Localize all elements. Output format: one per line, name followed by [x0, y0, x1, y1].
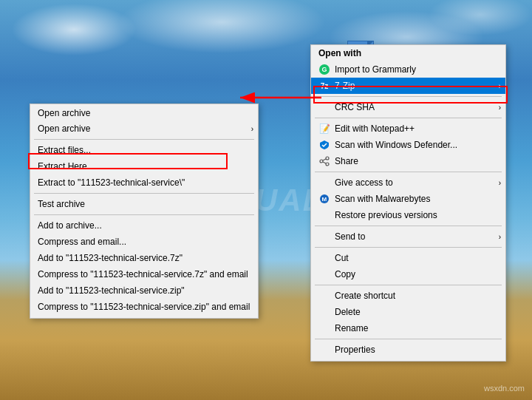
right-context-menu: Open with G Import to Grammarly 7z 7-Zip… [310, 44, 506, 362]
menu-item-scan-malware[interactable]: M Scan with Malwarebytes [311, 191, 505, 207]
menu-item-scan-defender[interactable]: Scan with Windows Defender... [311, 137, 505, 153]
add-to-archive-label: Add to archive... [38, 220, 102, 231]
menu-item-compress-7z-email[interactable]: Compress to "111523-technical-service.7z… [30, 266, 258, 282]
properties-label: Properties [335, 345, 375, 355]
restore-icon [318, 209, 330, 221]
menu-item-open-archive-1[interactable]: Open archive [30, 104, 258, 121]
menu-item-add-zip[interactable]: Add to "111523-technical-service.zip" [30, 282, 258, 299]
menu-item-copy[interactable]: Copy [311, 266, 505, 282]
delete-label: Delete [335, 307, 361, 317]
menu-item-share[interactable]: Share [311, 153, 505, 169]
import-grammarly-label: Import to Grammarly [335, 64, 416, 75]
add-zip-label: Add to "111523-technical-service.zip" [38, 285, 185, 296]
compress-7z-email-label: Compress to "111523-technical-service.7z… [38, 269, 248, 279]
menu-item-open-with[interactable]: Open with [311, 45, 505, 61]
7zip-submenu: Open archive Open archive › Extract file… [30, 104, 259, 319]
svg-text:M: M [322, 196, 327, 203]
svg-point-7 [326, 163, 329, 166]
separator-3 [315, 172, 502, 172]
send-to-icon [318, 231, 330, 243]
left-sep-2 [34, 193, 254, 194]
svg-line-8 [323, 159, 326, 160]
properties-icon [318, 344, 330, 356]
menu-item-create-shortcut[interactable]: Create shortcut [311, 288, 505, 304]
menu-item-cut[interactable]: Cut [311, 250, 505, 266]
menu-item-properties[interactable]: Properties [311, 342, 505, 358]
defender-icon [318, 139, 330, 151]
compress-zip-email-label: Compress to "111523-technical-service.zi… [38, 302, 250, 312]
share-icon [318, 155, 330, 167]
create-shortcut-icon [318, 290, 330, 302]
menu-item-send-to[interactable]: Send to › [311, 228, 505, 245]
desktop: APPUALS 111523-technical-service.7z Open… [0, 0, 532, 400]
separator-4 [315, 226, 502, 226]
menu-item-test-archive[interactable]: Test archive [30, 196, 258, 212]
crc-sha-icon [318, 101, 330, 113]
menu-item-add-to-archive[interactable]: Add to archive... [30, 217, 258, 234]
7zip-label: 7-Zip [335, 81, 355, 91]
test-archive-label: Test archive [38, 199, 85, 209]
crc-sha-label: CRC SHA [335, 102, 375, 112]
menu-item-rename[interactable]: Rename [311, 320, 505, 336]
malware-icon: M [318, 193, 330, 205]
give-access-arrow: › [499, 179, 501, 187]
menu-item-delete[interactable]: Delete [311, 304, 505, 320]
menu-item-add-7z[interactable]: Add to "111523-technical-service.7z" [30, 250, 258, 266]
rename-icon [318, 322, 330, 334]
separator-5 [315, 247, 502, 248]
menu-item-compress-zip-email[interactable]: Compress to "111523-technical-service.zi… [30, 299, 258, 315]
menu-item-extract-to[interactable]: Extract to "111523-technical-service\" [30, 174, 258, 191]
copy-icon [318, 268, 330, 280]
svg-point-5 [326, 157, 329, 160]
create-shortcut-label: Create shortcut [335, 291, 395, 301]
watermark: wsxdn.com [484, 384, 525, 393]
delete-icon [318, 306, 330, 318]
scan-malware-label: Scan with Malwarebytes [335, 194, 430, 204]
give-access-label: Give access to [335, 177, 393, 188]
svg-point-6 [320, 160, 323, 163]
extract-to-label: Extract to "111523-technical-service\" [38, 177, 185, 188]
left-sep-3 [34, 214, 254, 215]
separator-2 [315, 118, 502, 118]
menu-item-crc-sha[interactable]: CRC SHA › [311, 99, 505, 115]
open-archive-2-label: Open archive [38, 123, 90, 134]
extract-files-label: Extract files... [38, 145, 91, 155]
notepad-icon: 📝 [318, 123, 330, 135]
7zip-arrow: › [499, 82, 501, 90]
extract-here-label: Extract Here [38, 161, 87, 172]
menu-item-import-grammarly[interactable]: G Import to Grammarly [311, 61, 505, 78]
scan-defender-label: Scan with Windows Defender... [335, 140, 457, 150]
send-to-arrow: › [499, 233, 501, 241]
open-archive-1-label: Open archive [38, 108, 90, 118]
cut-label: Cut [335, 253, 349, 263]
left-sep-1 [34, 139, 254, 140]
restore-versions-label: Restore previous versions [335, 210, 437, 220]
crc-sha-arrow: › [499, 104, 501, 112]
send-to-label: Send to [335, 231, 365, 242]
rename-label: Rename [335, 323, 368, 333]
7zip-icon: 7z [318, 80, 330, 92]
add-7z-label: Add to "111523-technical-service.7z" [38, 253, 183, 263]
cut-icon [318, 252, 330, 264]
compress-email-label: Compress and email... [38, 237, 126, 247]
edit-notepad-label: Edit with Notepad++ [335, 123, 415, 134]
open-with-label: Open with [318, 48, 361, 58]
give-access-icon [318, 177, 330, 189]
open-archive-2-arrow: › [251, 125, 253, 133]
copy-label: Copy [335, 269, 355, 279]
menu-item-extract-files[interactable]: Extract files... [30, 142, 258, 158]
separator-7 [315, 339, 502, 339]
menu-item-restore-versions[interactable]: Restore previous versions [311, 207, 505, 223]
menu-item-compress-email[interactable]: Compress and email... [30, 234, 258, 250]
separator-1 [315, 96, 502, 97]
separator-6 [315, 285, 502, 285]
menu-item-extract-here[interactable]: Extract Here [30, 158, 258, 174]
grammarly-icon: G [318, 64, 330, 75]
share-label: Share [335, 156, 358, 166]
menu-item-7zip[interactable]: 7z 7-Zip › [311, 78, 505, 94]
svg-line-9 [323, 162, 326, 163]
menu-item-edit-notepad[interactable]: 📝 Edit with Notepad++ [311, 121, 505, 137]
menu-item-open-archive-2[interactable]: Open archive › [30, 121, 258, 137]
menu-item-give-access[interactable]: Give access to › [311, 174, 505, 191]
